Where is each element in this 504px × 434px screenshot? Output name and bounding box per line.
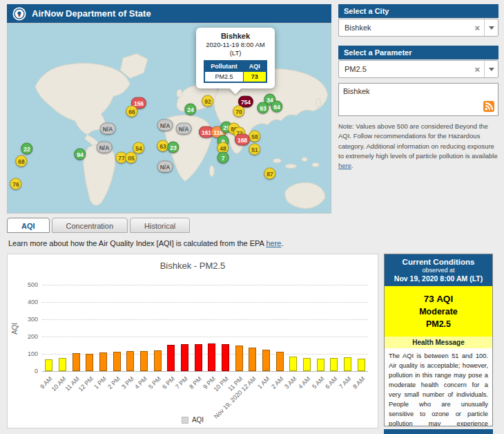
aqi-map-marker[interactable]: N/A bbox=[100, 123, 116, 135]
popup-col-aqi: AQI bbox=[243, 61, 266, 72]
city-clear-icon[interactable]: × bbox=[470, 23, 484, 33]
aqi-map-marker[interactable]: 87 bbox=[264, 168, 275, 180]
aqi-bar[interactable] bbox=[303, 358, 311, 372]
aqi-bar[interactable] bbox=[262, 350, 270, 371]
chart-legend[interactable]: AQI bbox=[8, 416, 378, 424]
aqi-value: 73 AQI bbox=[387, 294, 490, 304]
aqi-map-marker[interactable]: 24 bbox=[184, 104, 196, 115]
aqi-bar[interactable] bbox=[276, 352, 284, 371]
aqi-bar[interactable] bbox=[140, 351, 148, 372]
aqi-category: Moderate bbox=[387, 307, 490, 317]
aqi-bar[interactable] bbox=[154, 350, 162, 372]
aqi-map-marker[interactable]: 92 bbox=[202, 95, 213, 107]
aqi-bar[interactable] bbox=[317, 359, 324, 371]
aqi-bar[interactable] bbox=[235, 346, 243, 371]
popup-aqi-table: Pollutant AQI PM2.5 73 bbox=[204, 60, 267, 83]
y-axis-tick: 200 bbox=[28, 333, 38, 340]
chart-gridline bbox=[42, 337, 368, 337]
learn-more-here-link[interactable]: here bbox=[266, 239, 281, 247]
x-axis-tick: 6 AM bbox=[324, 375, 339, 390]
popup-col-pollutant: Pollutant bbox=[204, 61, 243, 72]
aqi-map-marker[interactable]: 58 bbox=[249, 131, 260, 142]
aqi-bar[interactable] bbox=[330, 358, 338, 371]
note-here-link[interactable]: here bbox=[338, 162, 351, 169]
aqi-bar[interactable] bbox=[344, 357, 351, 371]
note-text: Note: Values above 500 are considered Be… bbox=[338, 122, 498, 171]
aqi-map-marker[interactable]: N/A bbox=[97, 142, 113, 153]
parameter-select[interactable]: PM2.5 × bbox=[338, 60, 498, 78]
y-axis-tick: 0 bbox=[35, 368, 38, 375]
x-axis-tick: 3 AM bbox=[283, 375, 298, 390]
health-message-text: The AQI is between 51 and 100. Air quali… bbox=[385, 348, 492, 426]
aqi-bar[interactable] bbox=[195, 344, 202, 371]
aqi-bar[interactable] bbox=[249, 348, 256, 371]
rss-icon[interactable] bbox=[483, 101, 494, 112]
aqi-map-marker[interactable]: N/A bbox=[157, 161, 173, 173]
tab-bar: AQIConcentrationHistorical bbox=[7, 218, 190, 233]
health-message-title: Health Message bbox=[385, 337, 492, 348]
aqi-map-marker[interactable]: 7 bbox=[217, 152, 229, 164]
parameter-dropdown-arrow-icon[interactable] bbox=[484, 61, 498, 77]
current-conditions-header: Current Conditions observed at Nov 19, 2… bbox=[385, 254, 492, 286]
aqi-map-marker[interactable]: 68 bbox=[15, 155, 27, 167]
aqi-summary-block: 73 AQI Moderate PM2.5 bbox=[385, 286, 492, 337]
aqi-map-marker[interactable]: 51 bbox=[249, 144, 260, 155]
legend-swatch-icon bbox=[182, 417, 188, 424]
aqi-map-marker[interactable]: 64 bbox=[271, 101, 282, 113]
feed-box[interactable]: Bishkek bbox=[338, 83, 498, 116]
aqi-map-marker[interactable]: 05 bbox=[125, 152, 137, 164]
aqi-world-map[interactable]: 22687694N/AN/A15666547705249275470349364… bbox=[7, 23, 331, 214]
current-conditions-title: Current Conditions bbox=[387, 258, 490, 266]
x-axis-tick: 12 PM bbox=[77, 375, 94, 393]
x-axis-tick: 4 AM bbox=[297, 375, 312, 390]
y-axis-tick: 300 bbox=[28, 316, 38, 323]
chart-title: Bishkek - PM2.5 bbox=[8, 261, 378, 271]
aqi-map-marker[interactable]: 93 bbox=[257, 102, 269, 114]
aqi-bar[interactable] bbox=[358, 359, 365, 371]
aqi-map-marker[interactable]: N/A bbox=[157, 120, 173, 131]
aqi-bar[interactable] bbox=[99, 352, 107, 372]
city-dropdown-arrow-icon[interactable] bbox=[484, 19, 498, 36]
aqi-bar[interactable] bbox=[126, 351, 134, 371]
aqi-map-marker[interactable]: N/A bbox=[176, 123, 192, 135]
x-axis-tick: 10 AM bbox=[50, 375, 67, 393]
aqi-bar[interactable] bbox=[222, 344, 229, 371]
aqi-map-marker[interactable]: 54 bbox=[133, 142, 144, 154]
aqi-bar[interactable] bbox=[59, 358, 66, 372]
aqi-bar[interactable] bbox=[86, 354, 93, 372]
city-select[interactable]: Bishkek × bbox=[338, 19, 498, 37]
x-axis-tick: 1 AM bbox=[256, 375, 271, 390]
x-axis-tick: 7 PM bbox=[175, 375, 190, 390]
aqi-map-marker[interactable]: 66 bbox=[126, 106, 137, 117]
aqi-map-marker[interactable]: 94 bbox=[74, 149, 86, 160]
chart-panel: Bishkek - PM2.5 AQI 01002003004005009 AM… bbox=[7, 254, 378, 428]
tab-concentration[interactable]: Concentration bbox=[52, 218, 128, 233]
tab-aqi[interactable]: AQI bbox=[7, 218, 50, 233]
aqi-bar[interactable] bbox=[72, 353, 80, 371]
aqi-map-marker[interactable]: 22 bbox=[21, 143, 32, 155]
aqi-bar[interactable] bbox=[167, 345, 175, 371]
learn-more-suffix: . bbox=[281, 239, 283, 247]
aqi-bar[interactable] bbox=[208, 343, 215, 371]
tab-historical[interactable]: Historical bbox=[130, 218, 190, 233]
aqi-map-marker[interactable]: 76 bbox=[10, 178, 21, 190]
chart-plot: 01002003004005009 AM10 AM11 AM12 PM1 PM2… bbox=[42, 285, 368, 372]
aqi-bar[interactable] bbox=[45, 359, 52, 372]
x-axis-tick: 4 PM bbox=[134, 375, 149, 390]
aqi-bar[interactable] bbox=[289, 357, 297, 371]
y-axis-tick: 100 bbox=[28, 350, 38, 357]
parameter-select-value: PM2.5 bbox=[339, 65, 470, 73]
x-axis-tick: 5 AM bbox=[311, 375, 326, 390]
x-axis-tick: 6 PM bbox=[161, 375, 176, 390]
x-axis-tick: 5 PM bbox=[147, 375, 162, 390]
aqi-map-marker[interactable]: 168 bbox=[235, 134, 250, 146]
aqi-bar[interactable] bbox=[181, 344, 188, 372]
aqi-bar[interactable] bbox=[113, 352, 121, 371]
marker-layer: 22687694N/AN/A15666547705249275470349364… bbox=[8, 23, 331, 213]
legend-label: AQI bbox=[192, 416, 204, 424]
learn-more-text: Learn more about how the Air Quality Ind… bbox=[8, 239, 283, 247]
aqi-map-marker[interactable]: 23 bbox=[167, 142, 179, 153]
parameter-clear-icon[interactable]: × bbox=[470, 64, 484, 75]
aqi-map-marker[interactable]: 70 bbox=[233, 106, 244, 117]
learn-more-prefix: Learn more about how the Air Quality Ind… bbox=[8, 239, 266, 247]
